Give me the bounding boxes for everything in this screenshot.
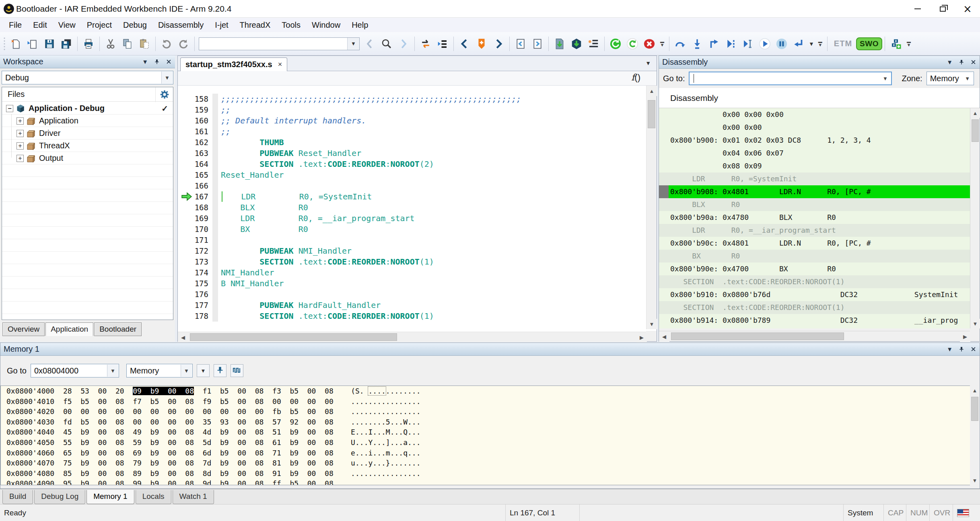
code-line-167[interactable]: 167 LDR R0, =SystemInit: [178, 191, 646, 202]
memory-options-button[interactable]: ▼: [197, 364, 210, 377]
expand-icon[interactable]: +: [16, 130, 24, 137]
disassembly-goto-input[interactable]: ▼: [689, 72, 892, 85]
redo-button[interactable]: [175, 35, 192, 53]
menu-threadx[interactable]: ThreadX: [234, 19, 276, 31]
workspace-close-button[interactable]: [166, 59, 172, 65]
bottom-tab-watch-1[interactable]: Watch 1: [173, 490, 214, 504]
code-line-175[interactable]: 175B NMI_Handler: [178, 278, 646, 289]
menu-help[interactable]: Help: [346, 19, 374, 31]
editor-vertical-scrollbar[interactable]: ▲ ▼: [646, 86, 657, 329]
code-line-177[interactable]: 177 PUBWEAK HardFault_Handler: [178, 300, 646, 311]
go-button[interactable]: [756, 35, 773, 53]
function-list-button[interactable]: [434, 35, 451, 53]
tree-item-application-debug[interactable]: −Application - Debug✓: [2, 102, 173, 115]
replace-button[interactable]: [417, 35, 434, 53]
code-area[interactable]: 158;;;;;;;;;;;;;;;;;;;;;;;;;;;;;;;;;;;;;…: [178, 86, 646, 329]
editor-tab-startup[interactable]: startup_stm32f405xx.s ×: [180, 57, 287, 71]
scroll-up-icon[interactable]: ▲: [970, 386, 980, 395]
multicore-button[interactable]: [887, 35, 904, 53]
new-document-button[interactable]: [7, 35, 24, 53]
memory-goto-input[interactable]: 0x08004000 ▼: [31, 364, 119, 377]
code-line-173[interactable]: 173 SECTION .text:CODE:REORDER:NOROOT(1): [178, 256, 646, 267]
disassembly-row[interactable]: 0x800'b90e: 0x4700 BX R0: [659, 263, 970, 275]
next-document-button[interactable]: [529, 35, 546, 53]
disassembly-source-row[interactable]: BLX R0: [659, 198, 970, 211]
step-out-button[interactable]: [706, 35, 723, 53]
memory-pin-button[interactable]: [958, 346, 965, 353]
paste-button[interactable]: [136, 35, 153, 53]
debug-without-downloading-button[interactable]: [585, 35, 602, 53]
find-button[interactable]: [378, 35, 395, 53]
expand-icon[interactable]: +: [16, 117, 24, 125]
gear-icon[interactable]: [159, 89, 170, 102]
bottom-tab-debug-log[interactable]: Debug Log: [34, 490, 85, 504]
undo-button[interactable]: [158, 35, 175, 53]
memory-zone-select[interactable]: Memory ▼: [126, 364, 193, 377]
disassembly-listing[interactable]: 0x00 0x00 0x00 0x00 0x000x800'b900: 0x01…: [659, 108, 970, 328]
disassembly-row[interactable]: 0x800'b90a: 0x4780 BLX R0: [659, 211, 970, 224]
scroll-left-icon[interactable]: ◀: [178, 332, 188, 343]
memory-row-0x08004050[interactable]: 0x0800'4050 55 b9 00 08 59 b9 00 08 5d b…: [1, 437, 970, 448]
step-over-button[interactable]: [672, 35, 689, 53]
disassembly-close-button[interactable]: [970, 59, 976, 65]
search-input[interactable]: ▼: [199, 37, 360, 50]
code-line-166[interactable]: 166: [178, 181, 646, 191]
tree-item-threadx[interactable]: +ThreadX: [2, 139, 173, 152]
code-line-159[interactable]: 159;;: [178, 105, 646, 115]
code-line-170[interactable]: 170 BX R0: [178, 224, 646, 235]
memory-row-0x08004030[interactable]: 0x0800'4030 fd b5 00 08 00 00 00 00 35 9…: [1, 417, 970, 427]
bottom-tab-locals[interactable]: Locals: [136, 490, 171, 504]
bottom-tab-build[interactable]: Build: [2, 490, 33, 504]
code-line-164[interactable]: 164 SECTION .text:CODE:REORDER:NOROOT(2): [178, 159, 646, 170]
memory-row-0x08004020[interactable]: 0x0800'4020 00 00 00 00 00 00 00 00 00 0…: [1, 406, 970, 417]
download-and-debug-button[interactable]: [568, 35, 585, 53]
workspace-tab-overview[interactable]: Overview: [2, 322, 45, 336]
find-previous-button[interactable]: [361, 35, 378, 53]
scroll-down-icon[interactable]: ▼: [970, 319, 980, 328]
disassembly-row[interactable]: 0x08 0x09: [659, 160, 970, 172]
memory-row-0x08004070[interactable]: 0x0800'4070 75 b9 00 08 79 b9 00 08 7d b…: [1, 458, 970, 468]
code-line-168[interactable]: 168 BLX R0: [178, 202, 646, 213]
menu-window[interactable]: Window: [306, 19, 346, 31]
step-into-button[interactable]: [689, 35, 706, 53]
stop-hook-button[interactable]: [790, 35, 807, 53]
disassembly-source-row[interactable]: SECTION .text:CODE:REORDER:NOROOT(1): [659, 275, 970, 288]
disassembly-row[interactable]: 0x800'b914: 0x0800'b789 DC32 __iar_prog: [659, 314, 970, 327]
scroll-left-icon[interactable]: ◀: [659, 331, 669, 342]
disassembly-pin-button[interactable]: [958, 59, 965, 66]
code-line-169[interactable]: 169 LDR R0, =__iar_program_start: [178, 213, 646, 224]
tree-item-output[interactable]: +Output: [2, 152, 173, 164]
minimize-button[interactable]: [905, 0, 930, 18]
disassembly-vertical-scrollbar[interactable]: ▲ ▼: [970, 108, 980, 328]
download-button[interactable]: [551, 35, 568, 53]
run-to-cursor-button[interactable]: [739, 35, 756, 53]
disassembly-source-row[interactable]: SECTION .text:CODE:REORDER:NOROOT(1): [659, 301, 970, 314]
tree-item-driver[interactable]: +Driver: [2, 127, 173, 139]
menu-debug[interactable]: Debug: [117, 19, 152, 31]
disassembly-menu-button[interactable]: ▼: [947, 59, 953, 66]
memory-pin-tool-button[interactable]: [214, 364, 226, 377]
disassembly-source-row[interactable]: BX R0: [659, 250, 970, 263]
print-button[interactable]: [80, 35, 97, 53]
open-document-button[interactable]: [24, 35, 41, 53]
code-line-163[interactable]: 163 PUBWEAK Reset_Handler: [178, 148, 646, 159]
code-line-172[interactable]: 172 PUBWEAK NMI_Handler: [178, 246, 646, 256]
code-line-178[interactable]: 178 SECTION .text:CODE:REORDER:NOROOT(1): [178, 311, 646, 322]
memory-row-0x08004010[interactable]: 0x0800'4010 f5 b5 00 08 f7 b5 00 08 f9 b…: [1, 396, 970, 407]
disassembly-row[interactable]: 0x800'b910: 0x0800'b76d DC32 SystemInit: [659, 288, 970, 301]
zone-select[interactable]: Memory ▼: [926, 72, 974, 85]
scroll-up-icon[interactable]: ▲: [646, 86, 657, 96]
memory-hex-view[interactable]: 0x0800'4000 28 53 00 20 09 b9 00 08 f1 b…: [0, 386, 971, 485]
toolbar-overflow-button[interactable]: ▬▾: [816, 41, 825, 47]
disassembly-source-row[interactable]: LDR R0, =__iar_program_start: [659, 224, 970, 237]
code-line-176[interactable]: 176: [178, 289, 646, 300]
close-button[interactable]: ×: [955, 0, 980, 18]
reset-button[interactable]: [607, 35, 624, 53]
function-list-button[interactable]: f(): [631, 72, 640, 83]
code-line-161[interactable]: 161;;: [178, 126, 646, 137]
memory-row-0x08004060[interactable]: 0x0800'4060 65 b9 00 08 69 b9 00 08 6d b…: [1, 448, 970, 458]
code-line-162[interactable]: 162 THUMB: [178, 137, 646, 148]
toolbar-overflow-button[interactable]: ▬▾: [904, 41, 913, 47]
menu-project[interactable]: Project: [81, 19, 117, 31]
copy-button[interactable]: [119, 35, 136, 53]
